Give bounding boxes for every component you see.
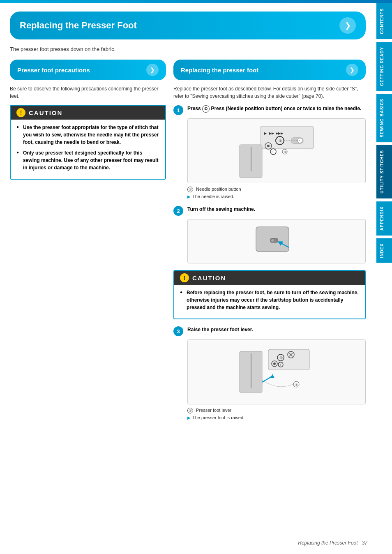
- page-title: Replacing the Presser Foot: [20, 20, 137, 31]
- step-1-header: 1 Press ① Press (Needle position button)…: [173, 105, 366, 115]
- left-column: Presser foot precautions ❯ Be sure to ob…: [10, 60, 166, 427]
- step-2-header: 2 Turn off the sewing machine.: [173, 205, 366, 216]
- page-footer: Replacing the Presser Foot 37: [298, 540, 367, 546]
- right-section-chevron-icon: ❯: [346, 64, 358, 76]
- right-caution-item-1: Before replacing the presser foot, be su…: [180, 289, 359, 311]
- right-caution-list: Before replacing the presser foot, be su…: [180, 289, 359, 311]
- step-1: 1 Press ① Press (Needle position button)…: [173, 105, 366, 199]
- left-caution-item-1: Use the presser foot appropriate for the…: [16, 124, 159, 146]
- page-title-chevron-icon: [339, 17, 356, 34]
- right-section-heading: Replacing the presser foot: [181, 67, 258, 74]
- sidebar-tab-utility-stitches[interactable]: UTILITY STITCHES: [376, 145, 392, 199]
- sidebar-divider-5: [376, 236, 392, 238]
- step-3-number: 3: [173, 326, 183, 336]
- left-section-chevron-icon: ❯: [146, 64, 159, 76]
- svg-text:▶▶▶: ▶▶▶: [276, 132, 284, 135]
- step-3-text: Raise the presser foot lever.: [187, 326, 253, 333]
- svg-marker-33: [270, 374, 274, 378]
- right-caution-body: Before replacing the presser foot, be su…: [174, 285, 365, 319]
- step-1-text: Press ① Press (Needle position button) o…: [187, 105, 361, 113]
- sidebar-divider-1: [376, 40, 392, 41]
- step-1-number: 1: [173, 105, 183, 115]
- two-column-layout: Presser foot precautions ❯ Be sure to ob…: [10, 60, 366, 427]
- step-1-caption-icon: ①: [187, 187, 193, 192]
- step-2-number: 2: [173, 206, 183, 216]
- step-3: 3 Raise the presser foot lever.: [173, 326, 366, 420]
- sidebar-tab-appendix[interactable]: APPENDIX: [376, 201, 392, 235]
- right-section-intro: Replace the presser foot as described be…: [173, 85, 366, 100]
- step-1-svg: ▶ ▶▶ ▶▶▶ ①: [235, 122, 318, 180]
- page-intro: The presser foot presses down on the fab…: [10, 46, 366, 52]
- step-1-caption-text: Needle position button: [196, 187, 241, 192]
- step-1-diagram: ▶ ▶▶ ▶▶▶ ①: [187, 118, 366, 183]
- left-caution-list: Use the presser foot appropriate for the…: [16, 124, 159, 171]
- page-title-box: Replacing the Presser Foot: [10, 12, 366, 39]
- right-caution-title: CAUTION: [192, 275, 226, 282]
- step-3-header: 3 Raise the presser foot lever.: [173, 326, 366, 336]
- svg-text:①: ①: [279, 139, 282, 143]
- needle-btn-icon: ①: [202, 105, 210, 113]
- left-caution-item-2: Only use presser feet designed specifica…: [16, 149, 159, 171]
- svg-text:①: ①: [279, 356, 283, 360]
- right-caution-icon: !: [180, 273, 189, 282]
- left-caution-title: CAUTION: [29, 109, 62, 116]
- svg-point-27: [273, 362, 276, 365]
- left-caution-body: Use the presser foot appropriate for the…: [11, 120, 165, 179]
- svg-point-20: [271, 239, 274, 242]
- svg-text:①: ①: [284, 150, 287, 154]
- step-3-caption-text: Presser foot lever: [196, 408, 231, 413]
- svg-text:▶▶: ▶▶: [269, 132, 274, 135]
- sidebar-divider-3: [376, 143, 392, 144]
- step-3-caption: ① Presser foot lever: [187, 408, 366, 413]
- step-2-text: Turn off the sewing machine.: [187, 205, 255, 213]
- svg-text:▶: ▶: [264, 132, 267, 135]
- sidebar-tab-index[interactable]: INDEX: [376, 238, 392, 263]
- step-3-diagram: ① !: [187, 339, 366, 404]
- left-section-header: Presser foot precautions ❯: [10, 60, 166, 80]
- step-3-result: The presser foot is raised.: [187, 415, 366, 420]
- right-section-header: Replacing the presser foot ❯: [173, 60, 366, 80]
- left-caution-box: ! CAUTION Use the presser foot appropria…: [10, 105, 166, 180]
- step-3-caption-icon: ①: [187, 408, 193, 413]
- sidebar-tab-contents[interactable]: CONTENTS: [376, 3, 392, 39]
- top-bar: [0, 0, 392, 3]
- svg-point-12: [267, 145, 270, 147]
- footer-text: Replacing the Presser Foot: [298, 540, 357, 546]
- sidebar-tab-sewing-basics[interactable]: SEWING BASICS: [376, 94, 392, 142]
- svg-text:!: !: [272, 150, 274, 154]
- left-caution-icon: !: [16, 108, 25, 117]
- sidebar-divider-4: [376, 199, 392, 201]
- sidebar-tab-getting-ready[interactable]: GETTING READY: [376, 42, 392, 91]
- right-caution-header: ! CAUTION: [174, 271, 365, 285]
- svg-text:!: !: [280, 363, 281, 367]
- left-section-heading: Presser foot precautions: [17, 67, 90, 74]
- sidebar: CONTENTS GETTING READY SEWING BASICS UTI…: [376, 3, 392, 263]
- step-1-result: The needle is raised.: [187, 194, 366, 199]
- left-section-intro: Be sure to observe the following precaut…: [10, 85, 166, 100]
- right-column: Replacing the presser foot ❯ Replace the…: [173, 60, 366, 427]
- right-caution-box: ! CAUTION Before replacing the presser f…: [173, 270, 366, 319]
- step-3-svg: ① !: [235, 343, 318, 401]
- svg-text:①: ①: [295, 383, 298, 387]
- main-content: Replacing the Presser Foot The presser f…: [0, 3, 376, 443]
- step-1-caption: ① Needle position button: [187, 187, 366, 192]
- sidebar-divider-2: [376, 92, 392, 93]
- step-2-svg: [248, 223, 305, 260]
- left-caution-header: ! CAUTION: [11, 106, 165, 120]
- step-2: 2 Turn off the sewing machine.: [173, 205, 366, 263]
- step-2-diagram: [187, 219, 366, 263]
- footer-page-num: 37: [362, 540, 367, 546]
